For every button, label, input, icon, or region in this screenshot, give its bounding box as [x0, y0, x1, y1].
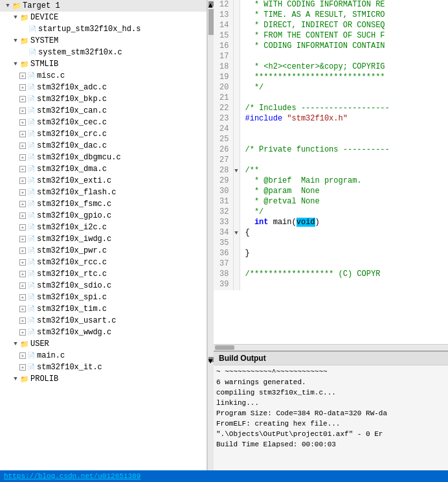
expand-icon-target1[interactable]: ▼ — [4, 2, 12, 10]
tree-item-system-c[interactable]: 📄 system_stm32f10x.c — [0, 47, 207, 58]
code-area[interactable]: 12 * WITH CODING INFORMATION RE 13 * TIM… — [214, 0, 448, 344]
tree-item-rtc[interactable]: + 📄 stm32f10x_rtc.c — [0, 268, 207, 280]
expand-icon-cec[interactable]: + — [19, 119, 26, 126]
expand-icon-misc[interactable]: + — [19, 73, 26, 79]
tree-item-exti[interactable]: + 📄 stm32f10x_exti.c — [0, 175, 207, 187]
code-content-27 — [240, 155, 448, 166]
tree-item-pwr[interactable]: + 📄 stm32f10x_pwr.c — [0, 245, 207, 257]
tree-item-gpio[interactable]: + 📄 stm32f10x_gpio.c — [0, 210, 207, 222]
expand-icon-it[interactable]: + — [19, 364, 26, 371]
tree-item-startup[interactable]: 📄 startup_stm32f10x_hd.s — [0, 23, 207, 35]
tree-item-system[interactable]: ▼ 📁 SYSTEM — [0, 35, 207, 47]
expand-icon-dac[interactable]: + — [19, 143, 26, 149]
tree-item-dbgmcu[interactable]: + 📄 stm32f10x_dbgmcu.c — [0, 152, 207, 163]
expand-icon-wwdg[interactable]: + — [19, 329, 26, 336]
expand-icon-i2c[interactable]: + — [19, 224, 26, 231]
expand-icon-prolib[interactable]: ▼ — [12, 375, 19, 383]
scrollbar-down-arrow[interactable]: ▼ — [208, 357, 214, 362]
tree-item-main[interactable]: + 📄 main.c — [0, 350, 207, 362]
expand-icon-system-c — [19, 49, 27, 56]
line-num-21: 21 — [214, 93, 233, 104]
expand-icon-system[interactable]: ▼ — [12, 37, 19, 45]
build-line-8: Build Time Elapsed: 00:00:03 — [216, 439, 445, 450]
tree-item-can[interactable]: + 📄 stm32f10x_can.c — [0, 105, 207, 117]
tree-item-usart[interactable]: + 📄 stm32f10x_usart.c — [0, 315, 207, 327]
tree-item-adc[interactable]: + 📄 stm32f10x_adc.c — [0, 82, 207, 93]
expand-icon-exti[interactable]: + — [19, 178, 26, 184]
file-icon-startup: 📄 — [28, 25, 37, 34]
expand-icon-sdio[interactable]: + — [19, 282, 26, 289]
expand-icon-rcc[interactable]: + — [19, 259, 26, 266]
fold-39 — [233, 280, 240, 290]
tree-item-sdio[interactable]: + 📄 stm32f10x_sdio.c — [0, 280, 207, 292]
expand-icon-iwdg[interactable]: + — [19, 236, 26, 242]
build-content[interactable]: ~ ~~~~~~~~~~~^~~~~~~~~~~~~ 6 warnings ge… — [214, 365, 448, 470]
expand-icon-dma[interactable]: + — [19, 166, 26, 172]
tree-label-adc: stm32f10x_adc.c — [37, 83, 107, 92]
scrollbar-up-arrow[interactable]: ▲ — [208, 1, 214, 6]
hscrollbar-thumb[interactable] — [215, 345, 234, 350]
tree-item-wwdg[interactable]: + 📄 stm32f10x_wwdg.c — [0, 327, 207, 338]
status-link[interactable]: https://blog.csdn.net/u012651389 — [4, 472, 140, 480]
tree-item-flash[interactable]: + 📄 stm32f10x_flash.c — [0, 187, 207, 198]
expand-icon-dbgmcu[interactable]: + — [19, 154, 26, 161]
expand-icon-device[interactable]: ▼ — [12, 14, 19, 21]
tree-item-crc[interactable]: + 📄 stm32f10x_crc.c — [0, 128, 207, 140]
tree-item-misc[interactable]: + 📄 misc.c — [0, 70, 207, 82]
tree-item-tim[interactable]: + 📄 stm32f10x_tim.c — [0, 303, 207, 315]
line-num-33: 33 — [214, 218, 233, 228]
tree-item-spi[interactable]: + 📄 stm32f10x_spi.c — [0, 292, 207, 303]
code-line-16: 16 * CODING INFORMATION CONTAIN — [214, 41, 448, 52]
tree-item-i2c[interactable]: + 📄 stm32f10x_i2c.c — [0, 222, 207, 233]
line-num-37: 37 — [214, 259, 233, 270]
tree-item-cec[interactable]: + 📄 stm32f10x_cec.c — [0, 117, 207, 128]
expand-icon-flash[interactable]: + — [19, 189, 26, 196]
expand-icon-spi[interactable]: + — [19, 294, 26, 301]
tree-label-stmlib: STMLIB — [30, 60, 58, 69]
scrollbar-thumb[interactable] — [208, 9, 214, 35]
expand-icon-user[interactable]: ▼ — [12, 340, 19, 348]
tree-item-it[interactable]: + 📄 stm32f10x_it.c — [0, 362, 207, 373]
expand-icon-rtc[interactable]: + — [19, 271, 26, 277]
expand-icon-usart[interactable]: + — [19, 317, 26, 324]
expand-icon-stmlib[interactable]: ▼ — [12, 60, 19, 68]
code-content-36: } — [240, 249, 448, 259]
tree-scrollbar[interactable]: ▲ ▼ — [207, 0, 214, 470]
expand-icon-fsmc[interactable]: + — [19, 201, 26, 207]
file-tree: ▼ 📁 Target 1 ▼ 📁 DEVICE 📄 startup_stm32f… — [0, 0, 207, 470]
expand-icon-pwr[interactable]: + — [19, 247, 26, 254]
line-num-31: 31 — [214, 197, 233, 207]
tree-item-stmlib[interactable]: ▼ 📁 STMLIB — [0, 58, 207, 70]
expand-icon-can[interactable]: + — [19, 108, 26, 114]
code-line-23: 23 #include "stm32f10x.h" — [214, 114, 448, 124]
expand-icon-bkp[interactable]: + — [19, 96, 26, 102]
code-line-38: 38 /****************** (C) COPYR — [214, 270, 448, 280]
tree-item-rcc[interactable]: + 📄 stm32f10x_rcc.c — [0, 257, 207, 268]
line-num-24: 24 — [214, 124, 233, 135]
fold-32 — [233, 207, 240, 218]
tree-item-dac[interactable]: + 📄 stm32f10x_dac.c — [0, 140, 207, 152]
line-num-12: 12 — [214, 0, 233, 10]
fold-35 — [233, 238, 240, 249]
tree-item-iwdg[interactable]: + 📄 stm32f10x_iwdg.c — [0, 233, 207, 245]
expand-icon-gpio[interactable]: + — [19, 212, 26, 219]
tree-item-bkp[interactable]: + 📄 stm32f10x_bkp.c — [0, 93, 207, 105]
tree-item-device[interactable]: ▼ 📁 DEVICE — [0, 12, 207, 23]
tree-item-prolib[interactable]: ▼ 📁 PROLIB — [0, 373, 207, 385]
line-num-38: 38 — [214, 270, 233, 280]
expand-icon-main[interactable]: + — [19, 352, 26, 359]
code-content-32: */ — [240, 207, 448, 218]
tree-item-fsmc[interactable]: + 📄 stm32f10x_fsmc.c — [0, 198, 207, 210]
expand-icon-crc[interactable]: + — [19, 131, 26, 137]
line-num-18: 18 — [214, 62, 233, 73]
tree-item-user[interactable]: ▼ 📁 USER — [0, 338, 207, 350]
fold-30 — [233, 187, 240, 197]
expand-icon-adc[interactable]: + — [19, 84, 26, 91]
expand-icon-tim[interactable]: + — [19, 306, 26, 312]
fold-28: ▼ — [233, 166, 240, 176]
fold-37 — [233, 259, 240, 270]
tree-item-target1[interactable]: ▼ 📁 Target 1 — [0, 0, 207, 12]
code-hscrollbar[interactable] — [214, 344, 448, 350]
build-header: Build Output — [214, 352, 448, 365]
tree-item-dma[interactable]: + 📄 stm32f10x_dma.c — [0, 163, 207, 175]
